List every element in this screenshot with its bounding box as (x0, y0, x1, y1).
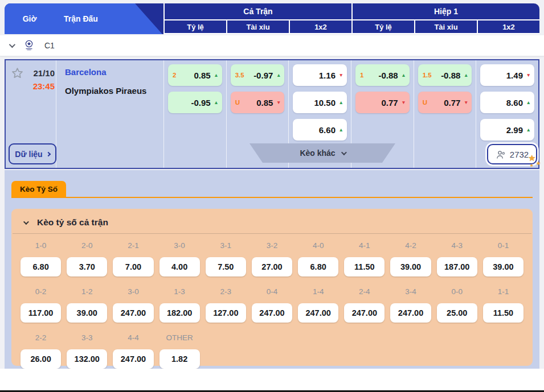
more-odds-button[interactable]: Kèo khác (249, 143, 395, 163)
score-odds-button[interactable]: 247.00 (390, 303, 431, 323)
away-team-name[interactable]: Olympiakos Piraeus (65, 86, 146, 96)
score-odds-button[interactable]: 117.00 (21, 303, 61, 323)
score-item: 3-2 27.00 (252, 241, 292, 277)
score-odds-button[interactable]: 247.00 (298, 303, 338, 323)
subcol-fh-overunder: Tài xỉu (415, 20, 477, 33)
score-odds-button[interactable]: 4.00 (159, 257, 200, 277)
odds-cell-ft-handicap-1[interactable]: 2 0.85 (168, 64, 222, 86)
score-odds-button[interactable]: 7.00 (113, 257, 153, 277)
score-odds-button[interactable]: 247.00 (113, 349, 153, 369)
match-teams-cell[interactable]: Barcelona Olympiakos Piraeus (65, 67, 146, 96)
chevron-down-icon[interactable] (23, 219, 29, 225)
score-item: 2-2 26.00 (21, 333, 61, 369)
subcol-ft-1x2: 1x2 (290, 20, 351, 33)
score-item: 2-0 3.70 (67, 241, 107, 277)
score-odds-button[interactable]: 26.00 (21, 349, 61, 369)
score-odds-button[interactable]: 182.00 (159, 303, 200, 323)
score-label: 1-1 (498, 287, 509, 298)
match-date: 21/10 (23, 67, 55, 80)
odds-cell-ft-handicap-2[interactable]: -0.95 (168, 92, 222, 113)
odds-cell-ft-1x2-1[interactable]: 1.16 (293, 64, 347, 86)
odds-cell-fh-ou-1[interactable]: 1.5 -0.88 (418, 64, 472, 86)
odds-col-fh-overunder: 1.5 -0.88 U 0.77 (414, 60, 476, 168)
odds-cell-fh-1x2-3[interactable]: 2.99 (480, 119, 534, 141)
score-item: 3-1 7.50 (206, 241, 246, 277)
odds-value: 6.60 (319, 125, 336, 135)
odds-value: 0.85 (256, 98, 273, 108)
score-row-1: 1-0 6.80 2-0 3.70 2-1 7.00 3-0 4.00 (21, 241, 523, 277)
odds-line-label: 1 (360, 72, 363, 79)
score-odds-button[interactable]: 39.00 (67, 303, 107, 323)
trend-arrow-icon (526, 73, 531, 78)
trend-arrow-icon (339, 73, 343, 78)
home-team-name[interactable]: Barcelona (65, 67, 146, 77)
score-odds-button[interactable]: 39.00 (390, 257, 431, 277)
header-fulltime-label: Cả Trận (165, 3, 351, 19)
odds-cell-fh-handicap-2[interactable]: 0.77 (355, 92, 410, 113)
sparkle-star-icon: ★ (528, 153, 535, 163)
odds-cell-ft-1x2-3[interactable]: 6.60 (293, 119, 347, 141)
odds-value: -0.95 (191, 98, 210, 108)
score-odds-button[interactable]: 6.80 (298, 257, 338, 277)
favorite-star-icon[interactable] (11, 67, 24, 80)
match-row: 21/10 23:45 Barcelona Olympiakos Piraeus… (5, 59, 539, 169)
score-odds-button[interactable]: 1.82 (159, 349, 200, 369)
data-button[interactable]: Dữ liệu (9, 143, 56, 164)
score-odds-button[interactable]: 25.00 (437, 303, 477, 323)
score-odds-button[interactable]: 247.00 (344, 303, 385, 323)
score-label: 1-3 (174, 287, 185, 298)
score-odds-button[interactable]: 3.70 (67, 257, 107, 277)
subcol-fh-1x2: 1x2 (478, 20, 539, 33)
odds-value: 8.60 (506, 98, 523, 108)
panel-title: Kèo tỷ số cả trận (37, 217, 108, 228)
score-item: 3-0 4.00 (159, 241, 200, 277)
score-item: 3-0 247.00 (113, 287, 153, 323)
odds-cell-fh-handicap-1[interactable]: 1 -0.88 (355, 64, 410, 86)
score-item: 1-4 247.00 (298, 287, 338, 323)
score-odds-button[interactable]: 127.00 (206, 303, 246, 323)
score-odds-button[interactable]: 7.50 (206, 257, 246, 277)
odds-cell-fh-1x2-2[interactable]: 8.60 (480, 92, 534, 113)
bottom-whitespace (0, 369, 544, 390)
header-group-firsthalf: Hiệp 1 Tỷ lệ Tài xỉu 1x2 (353, 3, 539, 34)
trend-arrow-icon (464, 73, 468, 78)
score-odds-button[interactable]: 27.00 (252, 257, 292, 277)
score-label: 1-2 (81, 287, 93, 298)
viewer-count: 2732 (510, 150, 529, 159)
score-item: 4-1 11.50 (344, 241, 385, 277)
score-odds-button[interactable]: 11.50 (483, 303, 523, 323)
tab-underline (11, 197, 533, 198)
score-label: 3-0 (174, 241, 185, 251)
score-odds-button[interactable]: 6.80 (21, 257, 61, 277)
data-button-label: Dữ liệu (15, 150, 42, 159)
chevron-down-icon[interactable] (9, 42, 15, 48)
score-label: 3-2 (267, 241, 278, 251)
tab-score-odds[interactable]: Kèo Tỷ Số (11, 181, 66, 197)
odds-cell-ft-ou-1[interactable]: 3.5 -0.97 (231, 64, 285, 86)
people-icon (496, 150, 506, 159)
trend-arrow-icon (276, 100, 281, 105)
subcol-ft-handicap: Tỷ lệ (165, 20, 226, 33)
score-item: 0-0 25.00 (437, 287, 477, 323)
league-row[interactable]: C1 (0, 35, 544, 56)
trend-arrow-icon (526, 100, 531, 105)
score-label: 4-3 (451, 241, 463, 251)
score-label: 0-0 (451, 287, 463, 298)
score-label: 2-2 (35, 333, 47, 344)
score-odds-button[interactable]: 247.00 (252, 303, 292, 323)
score-odds-button[interactable]: 247.00 (113, 303, 153, 323)
panel-header[interactable]: Kèo tỷ số cả trận (13, 209, 531, 234)
odds-cell-ft-ou-2[interactable]: U 0.85 (231, 92, 285, 113)
header-group-fulltime: Cả Trận Tỷ lệ Tài xỉu 1x2 (165, 3, 351, 34)
score-odds-button[interactable]: 187.00 (437, 257, 477, 277)
odds-cell-ft-1x2-2[interactable]: 10.50 (293, 92, 347, 113)
score-label: 3-1 (220, 241, 232, 251)
odds-cell-fh-ou-2[interactable]: U 0.77 (418, 92, 472, 113)
score-odds-button[interactable]: 39.00 (483, 257, 523, 277)
score-item: 3-3 132.00 (67, 333, 107, 369)
odds-cell-fh-1x2-1[interactable]: 1.49 (480, 64, 534, 86)
odds-value: 0.85 (194, 71, 210, 80)
score-odds-button[interactable]: 11.50 (344, 257, 385, 277)
score-odds-button[interactable]: 132.00 (67, 349, 107, 369)
odds-line-label: U (423, 99, 427, 106)
